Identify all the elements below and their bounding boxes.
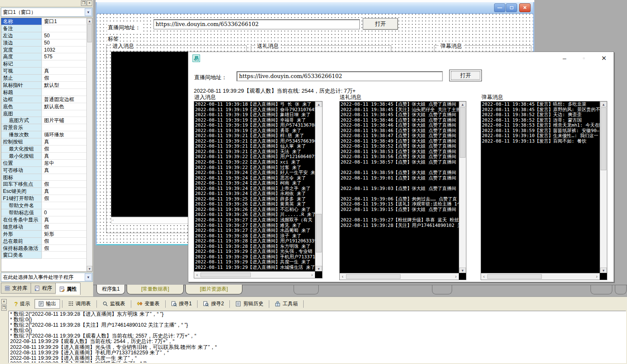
list-item[interactable]: 2022-08-11 19:39:24【进入直播间】上帝之手 来了: [195, 186, 315, 192]
output-log[interactable]: * 数组:2{“2022-08-11 19:39:28【进入直播间】东方明珠 来…: [8, 311, 626, 363]
list-item[interactable]: 2022-08-11 19:39:28【进入直播间】用户19120633399: [195, 239, 315, 244]
property-value[interactable]: [42, 174, 87, 181]
property-value[interactable]: 真: [42, 188, 87, 195]
scroll-up-icon[interactable]: ▲: [315, 101, 322, 107]
tab-toolbox[interactable]: 工具箱: [271, 299, 301, 308]
property-row[interactable]: 可否移动 真: [1, 167, 92, 174]
property-value[interactable]: [42, 25, 87, 32]
list-item[interactable]: 2022-08-11 19:39:01【点赞】张大姐 点赞了直播间: [341, 176, 459, 181]
list-item[interactable]: 2022-08-11 19:38:46【点赞】张大姐 点赞了直播间: [341, 118, 459, 123]
property-value[interactable]: [42, 252, 87, 259]
property-row[interactable]: 随意移动 假: [1, 224, 92, 231]
vertical-scrollbar[interactable]: ▲ ▼: [315, 101, 322, 271]
workspace-tab-ghost[interactable]: [294, 285, 319, 294]
tab-clip-history[interactable]: 剪辑历史: [232, 299, 267, 308]
tab-watch-table[interactable]: 监视表: [99, 299, 129, 308]
workspace-tab-ghost[interactable]: [615, 285, 627, 294]
tab-variable-table[interactable]: 变量表: [133, 299, 163, 308]
event-handler-selector[interactable]: 在此处选择加入事件处理子程序 ▼: [1, 273, 93, 282]
list-item[interactable]: 2022-08-11 19:39:15【点赞】张大姐 点赞了直播间: [341, 207, 459, 213]
property-row[interactable]: 最大化按钮 假: [1, 146, 92, 153]
list-item[interactable]: 2022-08-11 19:39:21【进入直播间】无法 来了: [195, 149, 315, 155]
property-row[interactable]: 控制按钮 真: [1, 138, 92, 146]
scroll-up-icon[interactable]: ▲: [459, 101, 466, 107]
property-row[interactable]: 总在最前 假: [1, 238, 92, 245]
scroll-left-icon[interactable]: ‹: [340, 274, 346, 279]
property-value[interactable]: [42, 89, 87, 96]
list-item[interactable]: 2022-08-11 19:38:45【发言】原野的风: 景区贵的不: [482, 107, 600, 113]
list-item[interactable]: [341, 181, 459, 186]
window-selector-combo[interactable]: 窗口1（窗口） ▼: [1, 8, 93, 17]
property-row[interactable]: 播放次数 循环播放: [1, 131, 92, 138]
maximize-icon[interactable]: [506, 3, 517, 12]
list-item[interactable]: 2022-08-11 19:39:21【进入直播间】用户53457663906: [195, 139, 315, 144]
property-row[interactable]: F1键打开帮助 假: [1, 195, 92, 202]
list-item[interactable]: 2022-08-11 19:39:03【点赞】张大姐 点赞了直播间: [341, 186, 459, 192]
list-item[interactable]: 2022-08-11 19:38:52【发言】天边: 爽歪歪: [482, 112, 600, 118]
property-row[interactable]: 底图: [1, 110, 92, 117]
panel-restore-icon[interactable]: ❐: [81, 0, 86, 6]
property-row[interactable]: 帮助标志值 0: [1, 209, 92, 216]
tab-support-library[interactable]: 支持库: [1, 283, 31, 294]
panel-restore-icon[interactable]: ❐: [1, 305, 7, 311]
property-value[interactable]: 矩形: [42, 231, 87, 238]
property-value[interactable]: 假: [42, 195, 87, 202]
list-item[interactable]: 2022-08-11 19:39:21【进入直播间】仙人掌 来了: [195, 144, 315, 149]
list-item[interactable]: 2022-08-11 19:39:21【进入直播间】梓:慈 来了: [195, 133, 315, 139]
list-item[interactable]: 2022-08-11 19:39:27【进入直播间】浅握双手（有关: [195, 218, 315, 223]
chevron-down-icon[interactable]: ▼: [85, 8, 92, 16]
property-value[interactable]: 真: [42, 153, 87, 160]
list-item[interactable]: 2022-08-11 19:39:22【进入直播间】xci 来了: [195, 160, 315, 165]
panel-close-icon[interactable]: ×: [87, 0, 92, 6]
scroll-down-icon[interactable]: ▼: [87, 266, 92, 271]
property-row[interactable]: 顶边 50: [1, 39, 92, 47]
property-value[interactable]: 窗口1: [42, 18, 87, 25]
horizontal-scrollbar[interactable]: ‹ ›: [481, 273, 600, 280]
scrollbar-thumb[interactable]: [487, 274, 542, 279]
list-item[interactable]: 2022-08-11 19:39:06【点赞】匆匆过去…… 点赞了直: [341, 197, 459, 202]
tab-call-table[interactable]: 调用表: [65, 299, 94, 308]
list-item[interactable]: 2022-08-11 19:39:29【进入直播间】光头强，专业销: [195, 249, 315, 255]
list-item[interactable]: 2022-08-11 19:39:22【进入直播间】用户12160640753: [195, 154, 315, 160]
scroll-right-icon[interactable]: ›: [309, 272, 315, 278]
property-row[interactable]: 图标: [1, 174, 92, 181]
scroll-left-icon[interactable]: ‹: [194, 272, 200, 278]
list-item[interactable]: 2022-08-11 19:39:28【进入直播间】浪子 来了: [195, 234, 315, 239]
property-value[interactable]: 真: [42, 68, 87, 75]
designer-open-button[interactable]: 打开: [363, 18, 398, 30]
property-value[interactable]: 普通固定边框: [42, 96, 87, 103]
property-value[interactable]: 50: [42, 39, 87, 47]
list-item[interactable]: 2022-08-11 19:39:19【进入直播间】勇哥 来了: [195, 128, 315, 134]
scroll-down-icon[interactable]: ▼: [600, 268, 607, 273]
minimize-icon[interactable]: —: [494, 3, 505, 12]
property-value[interactable]: 1032: [42, 47, 87, 54]
scrollbar-thumb[interactable]: [87, 24, 92, 42]
list-item[interactable]: 2022-08-11 19:39:29【进入直播间】水城慢生活 来了: [195, 265, 315, 270]
list-item[interactable]: 2022-08-11 19:38:45【发言】唔想: 多吃韭菜: [482, 102, 600, 107]
list-item[interactable]: 2022-08-11 19:39:22【进入直播间】过客 来了: [195, 165, 315, 171]
property-value[interactable]: 默认底色: [42, 103, 87, 110]
list-item[interactable]: 2022-08-11 19:39:25【进入直播间】薛多多 来了: [195, 197, 315, 202]
property-row[interactable]: 备注: [1, 25, 92, 32]
property-row[interactable]: 位置 居中: [1, 160, 92, 167]
list-item[interactable]: 2022-08-11 19:38:52【点赞】张大姐 点赞了直播间: [341, 144, 459, 149]
list-item[interactable]: 2022-08-11 19:38:45【关注】汕头肥仔全 关注了主播: [341, 107, 459, 113]
list-item[interactable]: 2022-08-11 19:38:45【点赞】张大姐 点赞了直播间: [341, 102, 459, 107]
property-row[interactable]: 名称 窗口1: [1, 18, 92, 25]
close-icon[interactable]: ✕: [598, 54, 609, 63]
property-row[interactable]: 标记: [1, 60, 92, 68]
list-item[interactable]: 2022-08-11 19:38:57【点赞】张大姐 点赞了直播间: [341, 160, 459, 165]
tab-output[interactable]: 输出: [34, 299, 60, 309]
list-item[interactable]: 2022-08-11 19:38:53【点赞】张大姐 点赞了直播间: [341, 149, 459, 155]
workspace-tab-ghost[interactable]: [591, 285, 612, 294]
property-row[interactable]: 左边 50: [1, 32, 92, 39]
property-row[interactable]: 帮助文件名: [1, 202, 92, 209]
url-input[interactable]: https://live.douyin.com/65336266102: [237, 71, 443, 81]
list-item[interactable]: 2022-08-11 19:39:19【进入直播间】用户57431367086: [195, 123, 315, 128]
list-item[interactable]: 2022-08-11 19:39:24【进入直播间】柯南 来了: [195, 181, 315, 186]
list-item[interactable]: 2022-08-11 19:39:28【进入直播间】东方明珠 来了: [195, 244, 315, 250]
list-item[interactable]: 2022-08-11 19:39:15【送礼】净观常驻:送给主播 1个: [341, 202, 459, 207]
list-item[interactable]: 2022-08-11 19:39:19【进入直播间】幸福哥 来了: [195, 118, 315, 123]
workspace-tab-assembly[interactable]: 程序集1: [96, 285, 125, 294]
scrollbar-thumb[interactable]: [460, 107, 466, 158]
